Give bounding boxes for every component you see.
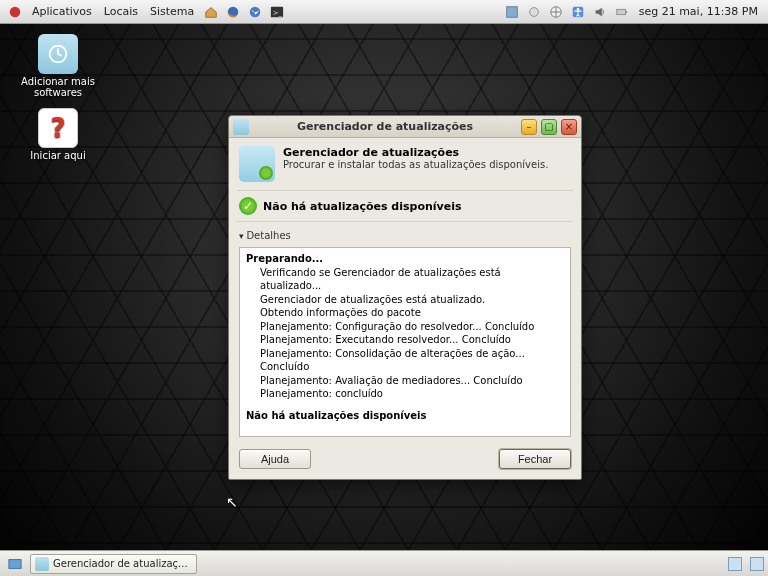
task-label: Gerenciador de atualizaç...: [53, 558, 188, 569]
log-line: Planejamento: Configuração do resolvedor…: [246, 320, 564, 334]
menu-applications[interactable]: Aplicativos: [26, 3, 98, 20]
tray-icon-1[interactable]: [503, 3, 521, 21]
desktop-icon-add-software[interactable]: Adicionar mais softwares: [18, 34, 98, 98]
log-line: Verificando se Gerenciador de atualizaçõ…: [246, 266, 564, 293]
status-text: Não há atualizações disponíveis: [263, 200, 462, 213]
update-manager-window: Gerenciador de atualizações – ▢ × Gerenc…: [228, 115, 582, 480]
maximize-button[interactable]: ▢: [541, 119, 557, 135]
window-app-icon: [233, 119, 249, 135]
package-icon: [38, 34, 78, 74]
details-toggle[interactable]: Detalhes: [239, 230, 571, 241]
svg-rect-10: [616, 9, 625, 14]
taskbar-task-update-manager[interactable]: Gerenciador de atualizaç...: [30, 554, 197, 574]
svg-point-0: [10, 6, 21, 17]
accessibility-icon[interactable]: [569, 3, 587, 21]
show-desktop-icon[interactable]: [6, 555, 24, 573]
log-line: Planejamento: Avaliação de mediadores...…: [246, 374, 564, 388]
tray-icon-2[interactable]: [525, 3, 543, 21]
network-icon[interactable]: [547, 3, 565, 21]
task-app-icon: [35, 557, 49, 571]
svg-point-6: [529, 7, 538, 16]
help-icon: ?: [38, 108, 78, 148]
close-dialog-button[interactable]: Fechar: [499, 449, 571, 469]
log-line: Planejamento: Consolidação de alterações…: [246, 347, 564, 374]
bottom-panel: Gerenciador de atualizaç...: [0, 550, 768, 576]
svg-point-9: [576, 8, 579, 11]
update-manager-icon: [239, 146, 275, 182]
thunderbird-icon[interactable]: [246, 3, 264, 21]
volume-icon[interactable]: [591, 3, 609, 21]
svg-rect-5: [506, 6, 517, 17]
top-panel: Aplicativos Locais Sistema >_ seg 21 mai…: [0, 0, 768, 24]
firefox-icon[interactable]: [224, 3, 242, 21]
log-output[interactable]: Preparando... Verificando se Gerenciador…: [239, 247, 571, 437]
header-subtitle: Procurar e instalar todas as atualizaçõe…: [283, 159, 548, 170]
log-line: Planejamento: concluído: [246, 387, 564, 401]
menu-places[interactable]: Locais: [98, 3, 144, 20]
workspace-2[interactable]: [750, 557, 764, 571]
desktop-icon-label: Iniciar aqui: [18, 150, 98, 161]
battery-icon[interactable]: [613, 3, 631, 21]
svg-point-2: [250, 6, 261, 17]
svg-rect-11: [625, 11, 627, 13]
log-preparing: Preparando...: [246, 252, 564, 266]
window-title: Gerenciador de atualizações: [253, 120, 517, 133]
minimize-button[interactable]: –: [521, 119, 537, 135]
svg-text:>_: >_: [273, 8, 283, 16]
log-final: Não há atualizações disponíveis: [246, 409, 564, 423]
titlebar[interactable]: Gerenciador de atualizações – ▢ ×: [229, 116, 581, 138]
home-icon[interactable]: [202, 3, 220, 21]
log-line: Planejamento: Executando resolvedor... C…: [246, 333, 564, 347]
log-line: Gerenciador de atualizações está atualiz…: [246, 293, 564, 307]
distro-logo-icon[interactable]: [6, 3, 24, 21]
terminal-icon[interactable]: >_: [268, 3, 286, 21]
desktop-icon-start-here[interactable]: ? Iniciar aqui: [18, 108, 98, 161]
log-line: Obtendo informações do pacote: [246, 306, 564, 320]
workspace-1[interactable]: [728, 557, 742, 571]
help-button[interactable]: Ajuda: [239, 449, 311, 469]
check-icon: ✓: [239, 197, 257, 215]
header-title: Gerenciador de atualizações: [283, 146, 459, 159]
desktop-icon-label: Adicionar mais softwares: [18, 76, 98, 98]
clock[interactable]: seg 21 mai, 11:38 PM: [633, 5, 764, 18]
svg-rect-12: [9, 559, 21, 568]
close-button[interactable]: ×: [561, 119, 577, 135]
menu-system[interactable]: Sistema: [144, 3, 200, 20]
